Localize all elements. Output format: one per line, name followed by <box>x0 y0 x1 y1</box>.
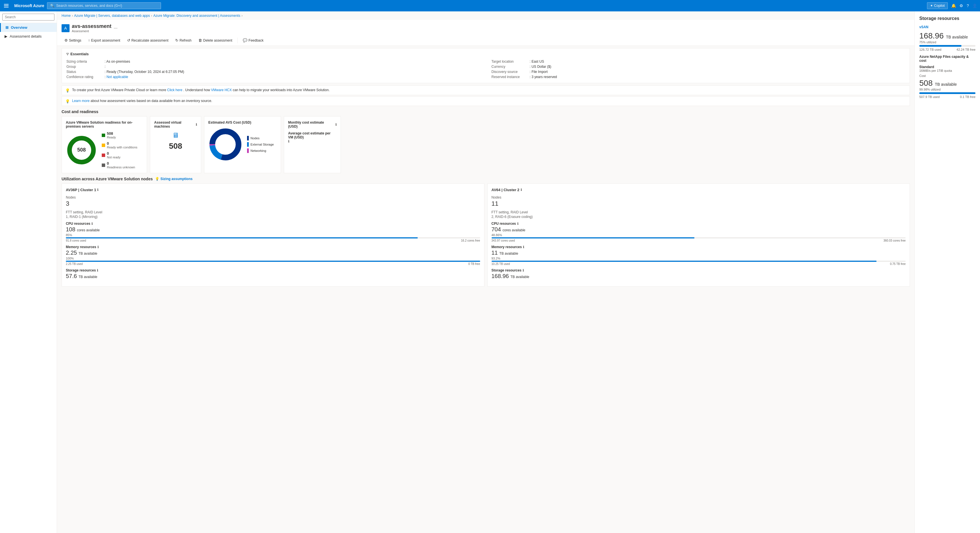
anf-progress-fill <box>919 92 975 94</box>
avs-info-banner: 💡 To create your first Azure VMware Priv… <box>62 86 910 95</box>
confidence-label: Confidence rating <box>67 75 103 79</box>
cluster-1-mem-value: 2.25 TB available <box>66 250 480 256</box>
ready-label: Ready <box>107 135 116 139</box>
status-value: : Ready (Thursday, October 10, 2024 at 6… <box>105 70 184 74</box>
confidence-link[interactable]: Not applicable <box>107 75 128 79</box>
learn-more-link[interactable]: Learn more <box>72 99 89 103</box>
reserved-instance-value: : 3 years reserved <box>530 75 557 79</box>
recalculate-button[interactable]: ↺ Recalculate assessment <box>124 37 171 44</box>
cluster-1-mem-free: 0 TB free <box>468 263 480 266</box>
cluster-1-mem-info-icon[interactable]: ℹ <box>97 245 99 249</box>
delete-icon: 🗑 <box>198 38 202 43</box>
feedback-button[interactable]: 💬 Feedback <box>240 37 266 44</box>
confidence-value: : Not applicable <box>105 75 128 79</box>
avs-legend-networking: Networking <box>247 148 274 153</box>
cluster-2-cpu-info-icon[interactable]: ℹ <box>517 222 519 226</box>
sizing-assumptions-link[interactable]: 💡 Sizing assumptions <box>155 177 192 181</box>
export-button[interactable]: ↑ Export assessment <box>85 37 123 44</box>
cluster-2-cpu-sub: 343.97 cores used 360.03 cores free <box>492 239 906 242</box>
currency-label: Currency <box>492 65 528 68</box>
cluster-1-memory: Memory resources ℹ 2.25 TB available 100… <box>66 245 480 266</box>
breadcrumb-home[interactable]: Home <box>62 14 71 18</box>
cluster-1-title: AV36P | Cluster 1 ℹ <box>66 188 480 192</box>
not-ready-dot <box>102 154 105 157</box>
cluster-1-mem-label: Memory resources ℹ <box>66 245 480 249</box>
cluster-1-cpu-fill <box>66 237 418 239</box>
cluster-1-storage-info-icon[interactable]: ℹ <box>97 269 98 272</box>
cluster-1-storage-value: 57.6 TB available <box>66 273 480 280</box>
anf-standard: Standard <box>919 65 975 69</box>
settings-button[interactable]: ⚙ Settings <box>62 37 84 44</box>
breadcrumb-assessments[interactable]: Azure Migrate: Discovery and assessment … <box>153 14 240 18</box>
vsan-title: vSAN <box>919 25 975 29</box>
page-title-group: avs-assessment Assessment <box>72 23 111 33</box>
cluster-2-mem-free: 0.75 TB free <box>890 263 905 266</box>
toolbar: ⚙ Settings ↑ Export assessment ↺ Recalcu… <box>62 35 910 46</box>
copilot-button[interactable]: ✦ Copilot <box>927 2 948 9</box>
page-title-row: A avs-assessment Assessment ··· <box>62 23 910 33</box>
cluster-2-cpu-value: 704 cores available <box>492 226 906 233</box>
essentials-header[interactable]: ▽ Essentials <box>67 52 905 56</box>
cluster-2-mem-label: Memory resources ℹ <box>492 245 906 249</box>
export-icon: ↑ <box>88 38 90 43</box>
monthly-cost-card: Monthly cost estimate (USD) ℹ Average co… <box>284 116 341 173</box>
delete-button[interactable]: 🗑 Delete assessment <box>196 37 235 44</box>
cluster-2-mem-info-icon[interactable]: ℹ <box>523 245 524 249</box>
page-icon-letter: A <box>64 26 67 30</box>
sidebar-item-overview-label: Overview <box>11 25 27 30</box>
legend-ready: 508 Ready <box>102 131 137 139</box>
sidebar-item-assessment-details[interactable]: ▶ Assessment details <box>0 32 57 41</box>
more-options-button[interactable]: ··· <box>114 25 118 31</box>
avs-legend-nodes: Nodes <box>247 136 274 140</box>
monthly-cost-info-icon[interactable]: ℹ <box>336 123 337 126</box>
essentials-row-group: Group : <box>67 64 480 69</box>
vmware-hcx-link[interactable]: VMware HCX <box>211 88 232 92</box>
cluster-1-cpu-info-icon[interactable]: ℹ <box>91 222 92 226</box>
banner-warning-icon: 💡 <box>65 88 70 92</box>
cluster-2-cpu-fill <box>492 237 694 239</box>
sidebar-item-overview[interactable]: ⊞ Overview <box>0 23 57 32</box>
readiness-unknown-count: 0 <box>107 161 135 165</box>
cluster-1-cpu-pct: 85% <box>66 233 480 237</box>
cluster-2-storage: Storage resources ℹ 168.96 TB available <box>492 268 906 280</box>
banner-info-icon: 💡 <box>65 99 70 103</box>
cluster-1-ftt-value: 1, RAID-1 (Mirroring) <box>66 215 480 219</box>
banner-text-2: Learn more about how assessment varies b… <box>72 99 212 103</box>
assessed-vms-info-icon[interactable]: ℹ <box>196 123 197 126</box>
avg-cost-info-icon[interactable]: ℹ <box>288 140 289 143</box>
avs-cost-card: Estimated AVS Cost (USD) Nodes <box>204 116 281 173</box>
hamburger-menu[interactable] <box>3 3 10 8</box>
cluster-2-storage-value: 168.96 TB available <box>492 273 906 280</box>
global-search-bar[interactable]: 🔍 <box>47 2 161 9</box>
click-here-link[interactable]: Click here <box>167 88 182 92</box>
essentials-row-sizing: Sizing criteria : As on-premises <box>67 59 480 64</box>
help-icon[interactable]: ? <box>967 3 969 8</box>
not-ready-label: Not ready <box>107 156 121 159</box>
user-avatar[interactable]: 👤 <box>972 3 977 8</box>
search-icon: 🔍 <box>50 4 54 8</box>
ready-conditions-count: 0 <box>107 141 137 146</box>
cluster-1-info-icon[interactable]: ℹ <box>97 188 98 192</box>
ready-conditions-dot <box>102 143 105 147</box>
cluster-2-info-icon[interactable]: ℹ <box>521 188 522 192</box>
banner-text-1: To create your first Azure VMware Privat… <box>72 88 330 92</box>
notifications-icon[interactable]: 🔔 <box>951 3 956 8</box>
sizing-assumptions-icon: 💡 <box>155 177 159 181</box>
breadcrumb: Home › Azure Migrate | Servers, database… <box>57 11 915 20</box>
sidebar-search-input[interactable] <box>2 14 54 21</box>
cluster-1-nodes-label: Nodes <box>66 196 480 199</box>
breadcrumb-servers[interactable]: Azure Migrate | Servers, databases and w… <box>74 14 150 18</box>
cluster-2-mem-sub: 10.25 TB used 0.75 TB free <box>492 263 906 266</box>
toolbar-separator <box>237 38 238 43</box>
global-search-input[interactable] <box>56 4 158 8</box>
cluster-1-cpu: CPU resources ℹ 108 cores available 85% … <box>66 222 480 242</box>
cluster-1-storage-label: Storage resources ℹ <box>66 268 480 272</box>
cluster-2-mem-pct: 93.2% <box>492 257 906 260</box>
settings-icon[interactable]: ⚙ <box>959 3 963 8</box>
essentials-row-target: Target location : East US <box>492 59 905 64</box>
copilot-label: Copilot <box>934 4 945 8</box>
readiness-legend: 508 Ready 0 Ready with conditions <box>102 131 137 169</box>
export-label: Export assessment <box>91 38 120 43</box>
cluster-2-storage-info-icon[interactable]: ℹ <box>523 269 524 272</box>
refresh-button[interactable]: ↻ Refresh <box>172 37 194 44</box>
